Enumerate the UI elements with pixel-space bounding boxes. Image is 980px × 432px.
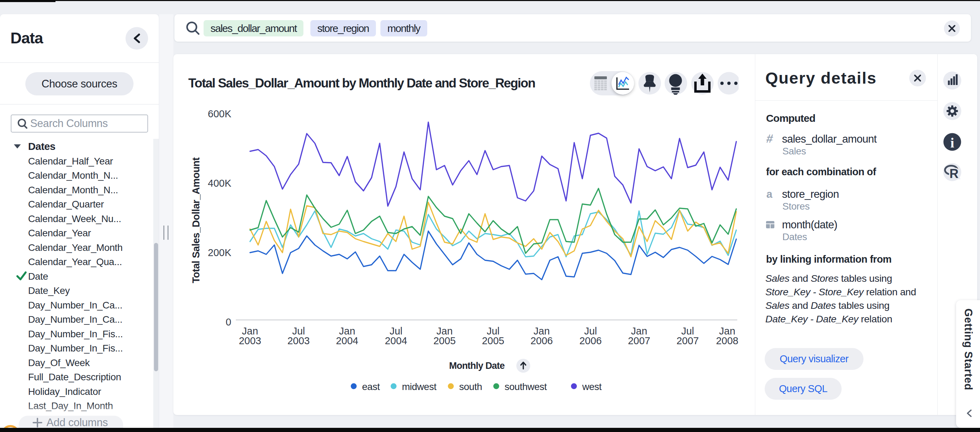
svg-text:400K: 400K <box>208 178 231 189</box>
svg-text:southwest: southwest <box>504 381 547 392</box>
svg-text:south: south <box>459 381 482 392</box>
svg-text:2008: 2008 <box>716 335 739 346</box>
svg-text:2006: 2006 <box>579 335 602 346</box>
svg-text:2004: 2004 <box>336 335 359 346</box>
svg-text:i: i <box>950 135 954 151</box>
svg-text:2003: 2003 <box>239 335 261 346</box>
svg-text:east: east <box>362 381 380 392</box>
svg-text:west: west <box>582 381 602 392</box>
svg-text:2005: 2005 <box>482 335 504 346</box>
svg-text:200K: 200K <box>208 247 231 258</box>
svg-text:Monthly Date: Monthly Date <box>449 360 505 371</box>
svg-text:2005: 2005 <box>433 335 456 346</box>
svg-text:Total Sales_Dollar_Amount: Total Sales_Dollar_Amount <box>190 157 202 283</box>
svg-text:0: 0 <box>226 316 231 328</box>
svg-text:2006: 2006 <box>531 335 553 346</box>
svg-text:midwest: midwest <box>402 381 437 392</box>
svg-text:2003: 2003 <box>288 335 310 346</box>
svg-text:2004: 2004 <box>385 335 407 346</box>
svg-text:2007: 2007 <box>628 335 651 346</box>
svg-text:2007: 2007 <box>676 335 699 346</box>
svg-text:600K: 600K <box>208 108 231 120</box>
svg-text:R: R <box>950 167 958 181</box>
